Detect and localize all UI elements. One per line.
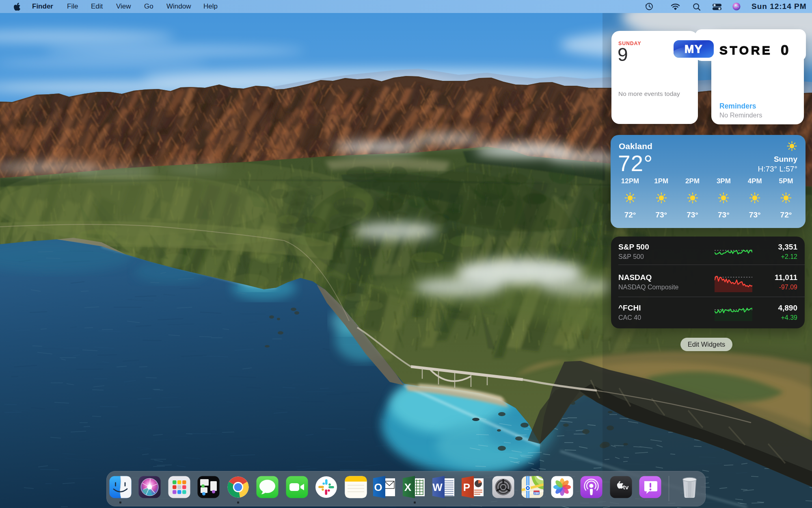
svg-text:tv: tv (623, 484, 629, 491)
svg-text:W: W (432, 481, 443, 493)
svg-text:280: 280 (534, 491, 539, 495)
svg-text:P: P (463, 481, 470, 493)
svg-text:X: X (404, 481, 412, 493)
svg-text:O: O (374, 481, 382, 493)
